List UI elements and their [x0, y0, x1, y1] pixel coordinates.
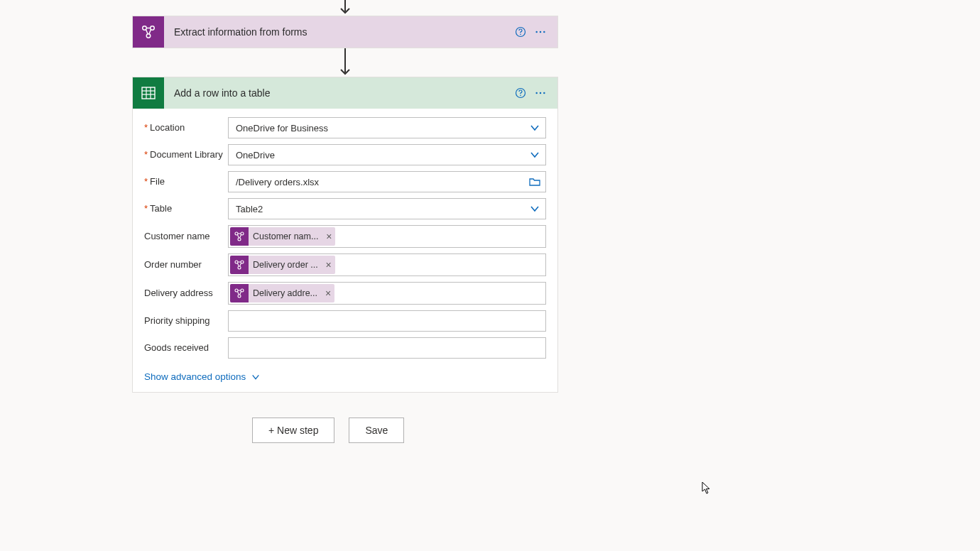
file-input[interactable]: /Delivery orders.xlsx	[228, 171, 546, 192]
goods-input[interactable]	[228, 337, 546, 359]
more-button[interactable]	[530, 83, 550, 103]
token-remove-button[interactable]: ×	[322, 284, 334, 302]
location-value: OneDrive for Business	[229, 123, 524, 133]
mouse-cursor-icon	[702, 481, 714, 494]
folder-icon[interactable]	[524, 177, 545, 187]
help-icon	[515, 87, 526, 99]
advanced-label: Show advanced options	[144, 371, 246, 382]
svg-point-22	[543, 92, 545, 94]
step-title: Add a row into a table	[164, 87, 511, 99]
field-label-delivery: Delivery address	[144, 288, 228, 299]
flow-arrow-icon	[338, 0, 352, 16]
doclib-value: OneDrive	[229, 150, 524, 160]
priority-input[interactable]	[228, 310, 546, 332]
step-extract-information[interactable]: Extract information from forms	[132, 16, 558, 48]
field-label-order: Order number	[144, 259, 228, 271]
show-advanced-options-link[interactable]: Show advanced options	[144, 371, 260, 382]
table-value: Table2	[229, 204, 524, 214]
svg-line-39	[240, 291, 241, 295]
step-header[interactable]: Add a row into a table	[133, 77, 557, 109]
ai-builder-icon	[230, 256, 249, 274]
help-button[interactable]	[511, 22, 530, 42]
doclib-select[interactable]: OneDrive	[228, 144, 546, 165]
field-label-goods: Goods received	[144, 342, 228, 354]
token-delivery-order[interactable]: Delivery order ... ×	[230, 256, 335, 274]
ai-builder-icon	[230, 227, 249, 246]
new-step-button[interactable]: + New step	[252, 418, 334, 443]
token-label: Delivery order ...	[249, 260, 322, 270]
token-label: Delivery addre...	[249, 288, 322, 298]
svg-point-10	[540, 31, 541, 33]
delivery-input[interactable]: Delivery addre... ×	[228, 282, 546, 305]
ellipsis-icon	[535, 26, 546, 38]
chevron-down-icon	[524, 204, 545, 214]
chevron-down-icon	[524, 123, 545, 133]
step-title: Extract information from forms	[164, 26, 511, 38]
svg-point-19	[520, 95, 521, 97]
svg-point-31	[238, 266, 241, 269]
field-label-doclib: *Document Library	[144, 149, 228, 160]
ellipsis-icon	[535, 87, 546, 99]
excel-icon	[133, 77, 164, 109]
svg-point-8	[520, 34, 521, 36]
token-delivery-address[interactable]: Delivery addre... ×	[230, 284, 334, 302]
help-button[interactable]	[511, 83, 530, 103]
ai-builder-icon	[133, 16, 164, 48]
order-input[interactable]: Delivery order ... ×	[228, 253, 546, 276]
ai-builder-icon	[230, 284, 249, 302]
field-label-table: *Table	[144, 203, 228, 214]
file-value: /Delivery orders.xlsx	[229, 177, 524, 187]
field-label-file: *File	[144, 176, 228, 187]
field-label-location: *Location	[144, 122, 228, 133]
help-icon	[515, 26, 526, 38]
token-remove-button[interactable]: ×	[322, 227, 335, 246]
flow-arrow-icon	[338, 48, 352, 77]
svg-line-27	[240, 234, 241, 238]
svg-point-20	[535, 92, 537, 94]
chevron-down-icon	[251, 373, 260, 381]
customer-input[interactable]: Customer nam... ×	[228, 225, 546, 248]
svg-line-26	[237, 234, 239, 238]
svg-point-3	[146, 34, 151, 38]
save-button[interactable]: Save	[349, 418, 404, 443]
svg-line-32	[237, 263, 239, 266]
svg-rect-13	[142, 87, 155, 99]
step-add-row-into-table: Add a row into a table	[132, 77, 558, 393]
table-select[interactable]: Table2	[228, 198, 546, 219]
svg-point-9	[535, 31, 537, 33]
svg-line-38	[237, 291, 239, 295]
field-label-customer: Customer name	[144, 231, 228, 242]
chevron-down-icon	[524, 150, 545, 160]
location-select[interactable]: OneDrive for Business	[228, 117, 546, 138]
svg-line-33	[240, 263, 241, 266]
token-label: Customer nam...	[249, 231, 322, 241]
svg-point-21	[540, 92, 541, 94]
svg-line-5	[149, 29, 151, 33]
more-button[interactable]	[530, 22, 550, 42]
svg-point-25	[238, 238, 241, 241]
svg-point-11	[543, 31, 545, 33]
token-customer-name[interactable]: Customer nam... ×	[230, 227, 335, 246]
token-remove-button[interactable]: ×	[322, 256, 335, 274]
field-label-priority: Priority shipping	[144, 315, 228, 327]
svg-line-4	[146, 29, 148, 33]
svg-point-37	[238, 295, 241, 298]
